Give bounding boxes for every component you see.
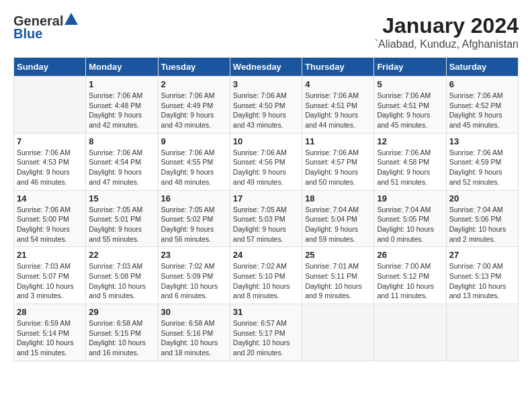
- calendar-cell: 25Sunrise: 7:01 AMSunset: 5:11 PMDayligh…: [302, 247, 374, 304]
- calendar-week-row: 21Sunrise: 7:03 AMSunset: 5:07 PMDayligh…: [14, 247, 519, 304]
- day-number: 29: [89, 307, 154, 317]
- day-number: 9: [161, 136, 227, 146]
- day-info: Sunrise: 6:57 AMSunset: 5:17 PMDaylight:…: [233, 318, 299, 358]
- column-header-sunday: Sunday: [14, 58, 86, 77]
- calendar-cell: 26Sunrise: 7:00 AMSunset: 5:12 PMDayligh…: [374, 247, 446, 304]
- page-header: General Blue January 2024 `Aliabad, Kund…: [13, 13, 519, 50]
- day-number: 7: [17, 136, 83, 146]
- calendar-cell: 2Sunrise: 7:06 AMSunset: 4:49 PMDaylight…: [158, 77, 230, 134]
- calendar-cell: 28Sunrise: 6:59 AMSunset: 5:14 PMDayligh…: [14, 304, 86, 361]
- logo-blue: Blue: [13, 26, 42, 42]
- day-info: Sunrise: 7:06 AMSunset: 4:59 PMDaylight:…: [449, 148, 515, 187]
- calendar-cell: [302, 304, 374, 361]
- column-header-monday: Monday: [86, 58, 158, 77]
- calendar-cell: 22Sunrise: 7:03 AMSunset: 5:08 PMDayligh…: [86, 247, 158, 304]
- calendar-cell: 19Sunrise: 7:04 AMSunset: 5:05 PMDayligh…: [374, 190, 446, 247]
- day-number: 2: [161, 79, 227, 89]
- day-number: 17: [233, 193, 299, 203]
- day-info: Sunrise: 7:06 AMSunset: 4:51 PMDaylight:…: [305, 91, 371, 130]
- day-number: 10: [233, 136, 299, 146]
- calendar-week-row: 14Sunrise: 7:06 AMSunset: 5:00 PMDayligh…: [14, 190, 519, 247]
- calendar-cell: 23Sunrise: 7:02 AMSunset: 5:09 PMDayligh…: [158, 247, 230, 304]
- day-number: 8: [89, 136, 154, 146]
- calendar-week-row: 7Sunrise: 7:06 AMSunset: 4:53 PMDaylight…: [14, 133, 519, 190]
- calendar-cell: 9Sunrise: 7:06 AMSunset: 4:55 PMDaylight…: [158, 133, 230, 190]
- day-info: Sunrise: 7:02 AMSunset: 5:09 PMDaylight:…: [161, 261, 227, 301]
- calendar-cell: 15Sunrise: 7:05 AMSunset: 5:01 PMDayligh…: [86, 190, 158, 247]
- day-number: 27: [449, 250, 515, 260]
- day-number: 20: [449, 193, 515, 203]
- logo-icon: [64, 13, 78, 25]
- svg-marker-0: [64, 13, 78, 25]
- day-number: 14: [17, 193, 83, 203]
- calendar-cell: 29Sunrise: 6:58 AMSunset: 5:15 PMDayligh…: [86, 304, 158, 361]
- day-info: Sunrise: 7:01 AMSunset: 5:11 PMDaylight:…: [305, 261, 371, 301]
- calendar-cell: [446, 304, 518, 361]
- calendar-cell: 21Sunrise: 7:03 AMSunset: 5:07 PMDayligh…: [14, 247, 86, 304]
- calendar-cell: 17Sunrise: 7:05 AMSunset: 5:03 PMDayligh…: [230, 190, 302, 247]
- day-number: 3: [233, 79, 299, 89]
- day-info: Sunrise: 7:06 AMSunset: 4:57 PMDaylight:…: [305, 148, 371, 187]
- day-info: Sunrise: 7:04 AMSunset: 5:05 PMDaylight:…: [377, 205, 443, 244]
- day-info: Sunrise: 7:06 AMSunset: 5:00 PMDaylight:…: [17, 205, 83, 244]
- day-info: Sunrise: 7:06 AMSunset: 4:48 PMDaylight:…: [89, 91, 154, 130]
- day-info: Sunrise: 7:00 AMSunset: 5:12 PMDaylight:…: [377, 261, 443, 301]
- day-info: Sunrise: 7:04 AMSunset: 5:06 PMDaylight:…: [449, 205, 515, 244]
- calendar-cell: 10Sunrise: 7:06 AMSunset: 4:56 PMDayligh…: [230, 133, 302, 190]
- calendar-cell: 12Sunrise: 7:06 AMSunset: 4:58 PMDayligh…: [374, 133, 446, 190]
- day-number: 24: [233, 250, 299, 260]
- column-header-thursday: Thursday: [302, 58, 374, 77]
- calendar-week-row: 1Sunrise: 7:06 AMSunset: 4:48 PMDaylight…: [14, 77, 519, 134]
- logo: General Blue: [13, 13, 78, 42]
- day-number: 18: [305, 193, 371, 203]
- day-info: Sunrise: 7:06 AMSunset: 4:55 PMDaylight:…: [161, 148, 227, 187]
- calendar-cell: [14, 77, 86, 134]
- day-info: Sunrise: 7:06 AMSunset: 4:50 PMDaylight:…: [233, 91, 299, 130]
- calendar-cell: 3Sunrise: 7:06 AMSunset: 4:50 PMDaylight…: [230, 77, 302, 134]
- day-number: 25: [305, 250, 371, 260]
- calendar-cell: 27Sunrise: 7:00 AMSunset: 5:13 PMDayligh…: [446, 247, 518, 304]
- title-block: January 2024 `Aliabad, Kunduz, Afghanist…: [375, 13, 519, 50]
- day-info: Sunrise: 7:06 AMSunset: 4:51 PMDaylight:…: [377, 91, 443, 130]
- day-number: 22: [89, 250, 154, 260]
- day-info: Sunrise: 7:06 AMSunset: 4:49 PMDaylight:…: [161, 91, 227, 130]
- calendar-cell: 24Sunrise: 7:02 AMSunset: 5:10 PMDayligh…: [230, 247, 302, 304]
- day-info: Sunrise: 7:06 AMSunset: 4:56 PMDaylight:…: [233, 148, 299, 187]
- day-number: 26: [377, 250, 443, 260]
- day-number: 31: [233, 307, 299, 317]
- day-number: 15: [89, 193, 154, 203]
- calendar-body: 1Sunrise: 7:06 AMSunset: 4:48 PMDaylight…: [14, 77, 519, 361]
- day-number: 11: [305, 136, 371, 146]
- calendar-cell: 16Sunrise: 7:05 AMSunset: 5:02 PMDayligh…: [158, 190, 230, 247]
- calendar-cell: 13Sunrise: 7:06 AMSunset: 4:59 PMDayligh…: [446, 133, 518, 190]
- calendar-cell: 20Sunrise: 7:04 AMSunset: 5:06 PMDayligh…: [446, 190, 518, 247]
- calendar-cell: 6Sunrise: 7:06 AMSunset: 4:52 PMDaylight…: [446, 77, 518, 134]
- day-info: Sunrise: 7:03 AMSunset: 5:08 PMDaylight:…: [89, 261, 154, 301]
- calendar-cell: 4Sunrise: 7:06 AMSunset: 4:51 PMDaylight…: [302, 77, 374, 134]
- calendar-week-row: 28Sunrise: 6:59 AMSunset: 5:14 PMDayligh…: [14, 304, 519, 361]
- day-number: 23: [161, 250, 227, 260]
- day-info: Sunrise: 7:02 AMSunset: 5:10 PMDaylight:…: [233, 261, 299, 301]
- day-info: Sunrise: 7:05 AMSunset: 5:03 PMDaylight:…: [233, 205, 299, 244]
- day-info: Sunrise: 7:00 AMSunset: 5:13 PMDaylight:…: [449, 261, 515, 301]
- column-header-wednesday: Wednesday: [230, 58, 302, 77]
- calendar-cell: 7Sunrise: 7:06 AMSunset: 4:53 PMDaylight…: [14, 133, 86, 190]
- calendar-cell: 8Sunrise: 7:06 AMSunset: 4:54 PMDaylight…: [86, 133, 158, 190]
- day-number: 12: [377, 136, 443, 146]
- column-header-saturday: Saturday: [446, 58, 518, 77]
- day-info: Sunrise: 7:03 AMSunset: 5:07 PMDaylight:…: [17, 261, 83, 301]
- day-number: 4: [305, 79, 371, 89]
- calendar-cell: 30Sunrise: 6:58 AMSunset: 5:16 PMDayligh…: [158, 304, 230, 361]
- day-info: Sunrise: 7:06 AMSunset: 4:52 PMDaylight:…: [449, 91, 515, 130]
- calendar-cell: 5Sunrise: 7:06 AMSunset: 4:51 PMDaylight…: [374, 77, 446, 134]
- page-subtitle: `Aliabad, Kunduz, Afghanistan: [375, 38, 519, 50]
- calendar-cell: 31Sunrise: 6:57 AMSunset: 5:17 PMDayligh…: [230, 304, 302, 361]
- day-number: 28: [17, 307, 83, 317]
- calendar-cell: 11Sunrise: 7:06 AMSunset: 4:57 PMDayligh…: [302, 133, 374, 190]
- day-number: 21: [17, 250, 83, 260]
- column-header-friday: Friday: [374, 58, 446, 77]
- calendar-cell: 18Sunrise: 7:04 AMSunset: 5:04 PMDayligh…: [302, 190, 374, 247]
- day-number: 6: [449, 79, 515, 89]
- day-number: 19: [377, 193, 443, 203]
- day-number: 1: [89, 79, 154, 89]
